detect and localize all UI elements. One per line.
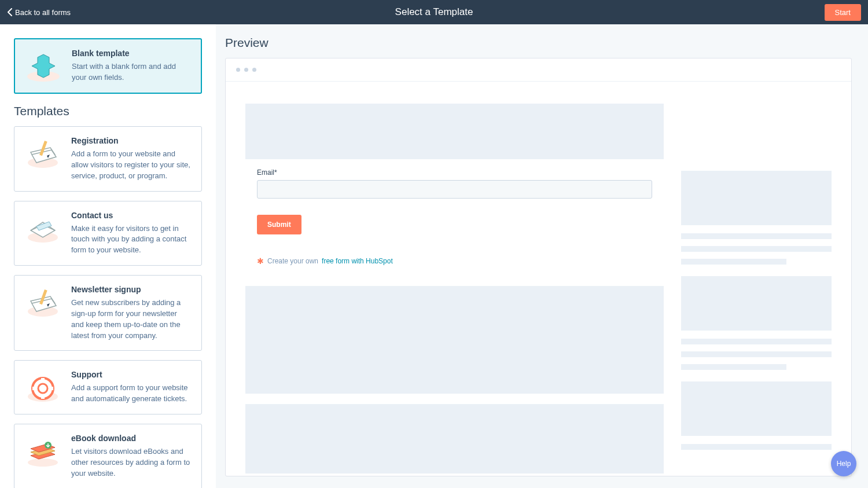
card-title: Support [71, 370, 191, 379]
template-card-support[interactable]: Support Add a support form to your websi… [14, 360, 202, 414]
traffic-light-dot [244, 68, 248, 72]
placeholder-block [681, 171, 832, 225]
help-button[interactable]: Help [831, 451, 856, 476]
app-header: Back to all forms Select a Template Star… [0, 0, 868, 24]
card-title: Registration [71, 136, 191, 145]
svg-point-10 [38, 384, 47, 393]
back-label: Back to all forms [15, 8, 71, 17]
preview-viewport[interactable]: Email* Submit ✱ Create your own free for… [226, 82, 851, 476]
templates-heading: Templates [14, 104, 202, 118]
template-card-ebook[interactable]: eBook download Let visitors download eBo… [14, 424, 202, 488]
svg-point-11 [28, 458, 58, 467]
placeholder-line [681, 259, 786, 265]
submit-button[interactable]: Submit [257, 215, 301, 234]
start-button[interactable]: Start [825, 4, 861, 21]
placeholder-line [681, 364, 786, 370]
hubspot-attribution: ✱ Create your own free form with HubSpot [257, 256, 652, 266]
placeholder-line [681, 246, 832, 252]
attr-text: Create your own [267, 257, 318, 265]
placeholder-block [681, 276, 832, 331]
template-card-blank[interactable]: Blank template Start with a blank form a… [14, 38, 202, 94]
plus-icon [23, 49, 64, 83]
chevron-left-icon [7, 8, 13, 16]
newsletter-icon [23, 285, 63, 320]
card-desc: Let visitors download eBooks and other r… [71, 446, 191, 479]
template-card-contact[interactable]: Contact us Make it easy for visitors to … [14, 201, 202, 266]
template-sidebar[interactable]: Blank template Start with a blank form a… [0, 24, 216, 488]
placeholder-line [681, 339, 832, 344]
lifebuoy-icon [23, 370, 63, 405]
template-card-registration[interactable]: Registration Add a form to your website … [14, 126, 202, 192]
placeholder-line [681, 351, 832, 357]
traffic-light-dot [236, 68, 240, 72]
placeholder-block [681, 381, 832, 436]
envelope-icon [23, 211, 63, 245]
card-desc: Add a form to your website and allow vis… [71, 149, 191, 182]
page-title: Select a Template [395, 6, 473, 18]
placeholder-block [245, 404, 664, 474]
template-card-newsletter[interactable]: Newsletter signup Get new subscribers by… [14, 275, 202, 351]
preview-form: Email* Submit ✱ Create your own free for… [245, 159, 664, 286]
sprocket-icon: ✱ [257, 256, 264, 266]
back-to-forms-link[interactable]: Back to all forms [7, 8, 71, 17]
placeholder-line [681, 444, 832, 450]
placeholder-line [681, 233, 832, 239]
preview-frame: Email* Submit ✱ Create your own free for… [225, 58, 852, 476]
preview-heading: Preview [225, 36, 852, 50]
traffic-light-dot [252, 68, 256, 72]
card-title: Contact us [71, 211, 191, 220]
browser-chrome [226, 58, 851, 82]
placeholder-block [245, 104, 664, 159]
registration-icon [23, 136, 63, 171]
preview-panel: Preview Email* Submit ✱ C [216, 24, 868, 488]
email-field-label: Email* [257, 168, 652, 177]
email-input[interactable] [257, 180, 652, 199]
card-desc: Start with a blank form and add your own… [72, 61, 190, 83]
placeholder-block [245, 286, 664, 394]
card-desc: Get new subscribers by adding a sign-up … [71, 298, 191, 341]
attr-link[interactable]: free form with HubSpot [322, 257, 393, 265]
card-title: Newsletter signup [71, 285, 191, 294]
card-desc: Make it easy for visitors to get in touc… [71, 223, 191, 256]
card-title: Blank template [72, 49, 190, 58]
books-icon [23, 434, 63, 468]
card-desc: Add a support form to your website and a… [71, 383, 191, 405]
card-title: eBook download [71, 434, 191, 443]
